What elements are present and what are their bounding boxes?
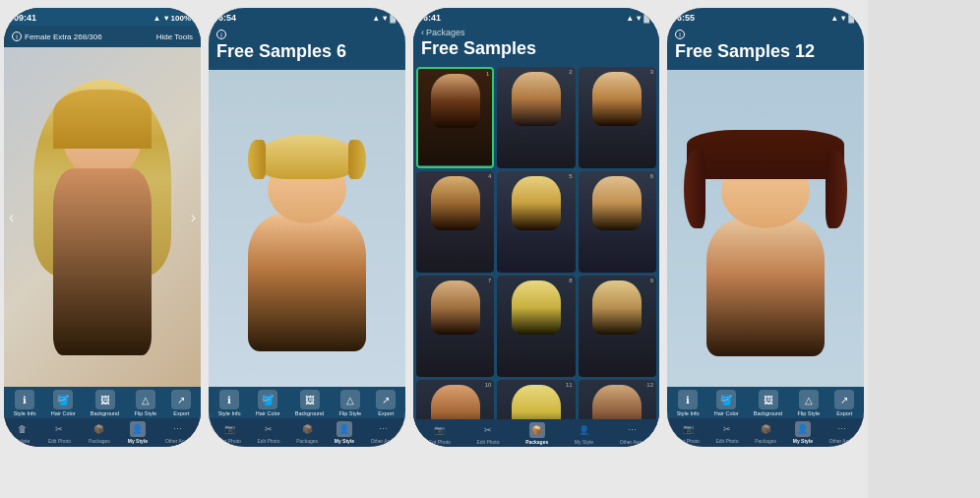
tab4-edit[interactable]: ✂ Edit Photo — [715, 421, 738, 444]
bottom-top-3: 📷 Got Photo ✂ Edit Photo 📦 Packages 👤 My… — [413, 419, 659, 447]
thumb-face-6 — [592, 176, 642, 230]
tab4-my-style-active[interactable]: 👤 My Style — [793, 421, 813, 444]
style-thumb-12[interactable]: 12 — [579, 380, 656, 419]
thumb-num-12: 12 — [646, 382, 653, 388]
tool4-background[interactable]: 🖼 Background — [754, 390, 782, 416]
tool4-hair-color[interactable]: 🪣 Hair Color — [714, 390, 739, 416]
body2 — [248, 214, 366, 351]
hair2-left — [248, 140, 266, 179]
tab2-packages[interactable]: 📦 Packages — [296, 421, 318, 444]
wifi-3: ▾ — [637, 14, 641, 23]
tab-my-style-active[interactable]: 👤 My Style — [128, 421, 148, 444]
style-thumb-4[interactable]: 4 — [416, 171, 494, 273]
screen2-title: Free Samples 6 — [216, 41, 398, 62]
bottom-tabs-4: 📷 Get Photo ✂ Edit Photo 📦 Packages 👤 My… — [667, 418, 864, 447]
thumb-bg-10 — [416, 380, 494, 419]
battery-icon: 100% — [171, 14, 191, 23]
toolbar-1: ℹ Style Info 🪣 Hair Color 🖼 Background △… — [4, 387, 201, 418]
thumb-bg-6 — [579, 171, 656, 273]
header-info-row-4: i — [675, 30, 856, 39]
get-photo-icon-4: 📷 — [681, 421, 697, 437]
tool-background[interactable]: 🖼 Background — [91, 390, 119, 416]
tab4-get-label: Get Photo — [677, 438, 700, 444]
tab3-got-photo[interactable]: 📷 Got Photo — [428, 422, 451, 445]
tab4-get-photo[interactable]: 📷 Get Photo — [677, 421, 700, 444]
hide-tools-btn[interactable]: Hide Tools — [156, 32, 193, 41]
packages-icon-2: 📦 — [299, 421, 315, 437]
tool2-hair-color[interactable]: 🪣 Hair Color — [256, 390, 280, 416]
tab4-packages[interactable]: 📦 Packages — [755, 421, 776, 444]
status-icons-1: ▲ ▾ 100% — [153, 14, 191, 23]
tab2-edit[interactable]: ✂ Edit Photo — [257, 421, 279, 444]
tool-style-info[interactable]: ℹ Style Info — [14, 390, 36, 416]
tool2-style-info[interactable]: ℹ Style Info — [218, 390, 241, 416]
t2-style-label: Style Info — [218, 410, 241, 416]
tool-hair-color[interactable]: 🪣 Hair Color — [51, 390, 76, 416]
status-time-3: 6:41 — [423, 13, 441, 23]
tab-edit-label: Edit Photo — [48, 438, 71, 444]
my-style-icon: 👤 — [130, 421, 146, 437]
get-photo-icon-2: 📷 — [222, 421, 238, 437]
style-thumb-6[interactable]: 6 — [579, 171, 656, 273]
style-thumb-8[interactable]: 8 — [497, 276, 575, 377]
wifi-icon: ▾ — [164, 14, 168, 23]
tab3-edit[interactable]: ✂ Edit Photo — [476, 422, 499, 445]
style-thumb-1[interactable]: 1 — [416, 67, 494, 168]
background-label: Background — [91, 410, 119, 416]
tab3-my-style[interactable]: 👤 My Style — [575, 422, 593, 445]
style-thumb-5[interactable]: 5 — [497, 171, 575, 273]
tab2-get-photo[interactable]: 📷 Get Photo — [218, 421, 241, 444]
style-thumb-10[interactable]: 10 — [416, 380, 494, 419]
signal-4: ▲ — [830, 14, 838, 23]
tool2-background[interactable]: 🖼 Background — [295, 390, 324, 416]
t4-style-label: Style Info — [677, 410, 700, 416]
tool4-style-info[interactable]: ℹ Style Info — [677, 390, 700, 416]
thumb-bg-12 — [579, 380, 656, 419]
t2-flip-label: Flip Style — [338, 410, 361, 416]
tab3-packages-active[interactable]: 📦 Packages — [525, 422, 548, 445]
thumb-num-6: 6 — [650, 173, 653, 179]
tab-other-apps[interactable]: ⋯ Other Apps — [165, 421, 190, 444]
t2-style-icon: ℹ — [219, 390, 239, 409]
style-thumb-3[interactable]: 3 — [579, 67, 656, 168]
tool-flip-style[interactable]: △ Flip Style — [134, 390, 156, 416]
style-thumb-7[interactable]: 7 — [416, 276, 494, 377]
photo-area-1: ‹ › — [4, 47, 201, 387]
tab3-other[interactable]: ⋯ Other Apps — [620, 422, 644, 445]
tab-packages[interactable]: 📦 Packages — [89, 421, 110, 444]
edit-icon-3: ✂ — [480, 422, 496, 438]
info-icon-4: i — [675, 30, 685, 39]
tab4-other[interactable]: ⋯ Other Apps — [829, 421, 854, 444]
edit-icon-4: ✂ — [719, 421, 735, 437]
edit-icon-2: ✂ — [261, 421, 276, 437]
style-thumb-11[interactable]: 11 — [497, 380, 575, 419]
tab-edit-photo[interactable]: ✂ Edit Photo — [48, 421, 71, 444]
header-3: ‹ Packages Free Samples — [413, 26, 659, 64]
tab-other-label: Other Apps — [165, 438, 190, 444]
woman-photo-1: ‹ › — [4, 47, 201, 387]
style-thumb-2[interactable]: 2 — [497, 67, 575, 168]
tab-delete[interactable]: 🗑 Delete — [15, 421, 31, 444]
back-row[interactable]: ‹ Packages — [421, 28, 651, 37]
phone-1: 09:41 ▲ ▾ 100% i Female Extra 268/306 Hi… — [4, 8, 201, 447]
thumb-face-11 — [512, 385, 561, 419]
other-icon-2: ⋯ — [375, 421, 391, 437]
signal-2: ▲ — [372, 14, 380, 23]
tool-export[interactable]: ↗ Export — [171, 390, 191, 416]
tool4-export[interactable]: ↗ Export — [834, 390, 854, 416]
wifi-4: ▾ — [841, 14, 845, 23]
thumb-num-8: 8 — [569, 278, 572, 283]
status-time-4: 6:55 — [677, 13, 695, 23]
content-area-4 — [667, 70, 864, 387]
tab2-my-style-active[interactable]: 👤 My Style — [335, 421, 354, 444]
nav-arrow-left[interactable]: ‹ — [9, 209, 14, 226]
tool2-export[interactable]: ↗ Export — [376, 390, 396, 416]
tab2-other[interactable]: ⋯ Other Apps — [371, 421, 396, 444]
tool4-flip[interactable]: △ Flip Style — [797, 390, 820, 416]
edit-photo-icon: ✂ — [51, 421, 67, 437]
tool2-flip[interactable]: △ Flip Style — [338, 390, 361, 416]
thumb-num-2: 2 — [569, 69, 572, 75]
got-photo-icon: 📷 — [432, 422, 448, 438]
style-thumb-9[interactable]: 9 — [579, 276, 656, 377]
nav-arrow-right[interactable]: › — [191, 209, 196, 226]
